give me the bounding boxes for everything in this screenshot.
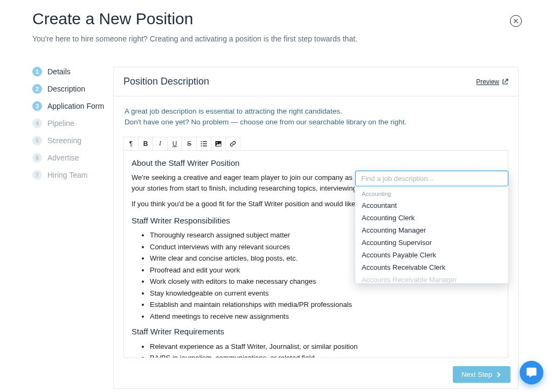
step-label: Screening <box>47 136 81 145</box>
close-icon <box>514 18 518 24</box>
chat-icon <box>526 367 537 379</box>
preview-label: Preview <box>476 78 499 86</box>
image-button[interactable] <box>211 137 226 150</box>
step-label: Details <box>47 67 71 76</box>
list-item: Attend meetings to receive new assignmen… <box>150 311 500 322</box>
dropdown-item[interactable]: Accounts Payable Clerk <box>355 249 508 261</box>
svg-rect-1 <box>203 141 207 142</box>
svg-point-0 <box>201 141 202 142</box>
step-application-form[interactable]: 3Application Form <box>32 101 113 111</box>
step-number: 6 <box>32 153 42 163</box>
list-item: Establish and maintain relationships wit… <box>150 299 500 310</box>
step-label: Pipeline <box>47 119 74 128</box>
job-description-search-input[interactable] <box>355 171 508 186</box>
job-description-dropdown: Accounting AccountantAccounting ClerkAcc… <box>355 170 509 284</box>
list-item: BA/BS in journalism, communications, or … <box>150 353 500 358</box>
panel-title: Position Description <box>123 76 209 87</box>
step-label: Hiring Team <box>47 171 87 179</box>
dropdown-item[interactable]: Accounts Receivable Clerk <box>355 261 508 274</box>
italic-button[interactable]: I <box>153 137 168 150</box>
strike-button[interactable]: S <box>182 137 197 150</box>
step-number: 1 <box>32 67 42 76</box>
page-title: Create a New Position <box>32 10 520 28</box>
svg-rect-3 <box>203 143 207 144</box>
step-pipeline[interactable]: 4Pipeline <box>32 118 113 128</box>
panel-footer: Next Step <box>113 361 519 389</box>
image-icon <box>215 141 222 147</box>
intro-text: A great job description is essential to … <box>125 106 507 128</box>
svg-point-4 <box>201 145 202 146</box>
preview-link[interactable]: Preview <box>476 78 508 86</box>
step-number: 5 <box>32 136 42 145</box>
chat-widget-button[interactable] <box>520 361 543 384</box>
list-button[interactable] <box>197 137 211 150</box>
step-number: 3 <box>32 101 42 111</box>
dropdown-item[interactable]: Accounting Clerk <box>355 212 508 224</box>
paragraph-button[interactable]: ¶ <box>124 137 139 150</box>
step-number: 2 <box>32 84 42 94</box>
step-advertise[interactable]: 6Advertise <box>32 153 113 163</box>
dropdown-item[interactable]: Accountant <box>355 199 508 212</box>
close-button[interactable] <box>510 15 522 27</box>
svg-rect-5 <box>203 145 207 146</box>
step-label: Advertise <box>47 153 79 162</box>
step-number: 4 <box>32 118 42 128</box>
dropdown-item[interactable]: Accounting Supervisor <box>355 236 508 249</box>
chevron-right-icon <box>495 372 502 378</box>
underline-button[interactable]: U <box>168 137 182 150</box>
list-item: Relevant experience as a Staff Writer, J… <box>150 341 500 352</box>
step-details[interactable]: 1Details <box>32 67 113 76</box>
step-list: 1Details2Description3Application Form4Pi… <box>0 67 113 368</box>
requirements-list: Relevant experience as a Staff Writer, J… <box>132 341 500 358</box>
page-subtitle: You're here to hire someone right? Creat… <box>32 34 520 43</box>
list-item: Stay knowledgeable on current events <box>150 288 500 299</box>
step-screening[interactable]: 5Screening <box>32 136 113 145</box>
next-step-button[interactable]: Next Step <box>453 366 510 383</box>
step-label: Description <box>47 85 85 93</box>
step-hiring-team[interactable]: 7Hiring Team <box>32 170 113 180</box>
list-icon <box>201 141 207 147</box>
link-button[interactable] <box>226 137 240 150</box>
step-label: Application Form <box>47 102 104 110</box>
editor-toolbar: ¶ B I U S <box>123 137 240 150</box>
link-icon <box>230 141 236 147</box>
editor-heading-about: About the Staff Writer Position <box>132 157 500 170</box>
dropdown-group-label: Accounting <box>355 186 508 199</box>
editor-heading-requirements: Staff Writer Requirements <box>132 326 500 338</box>
svg-point-2 <box>201 143 202 144</box>
svg-point-7 <box>217 142 218 143</box>
external-link-icon <box>502 79 508 85</box>
dropdown-item[interactable]: Accounts Receivable Manager <box>355 274 508 283</box>
dropdown-item[interactable]: Accounting Manager <box>355 224 508 236</box>
next-step-label: Next Step <box>461 370 492 379</box>
step-description[interactable]: 2Description <box>32 84 113 94</box>
step-number: 7 <box>32 170 42 180</box>
bold-button[interactable]: B <box>139 137 153 150</box>
